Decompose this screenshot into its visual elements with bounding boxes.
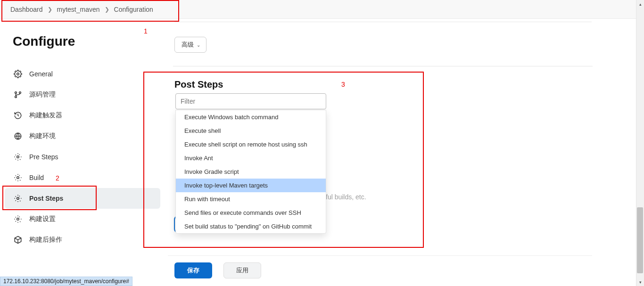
annotation-number-3: 3 <box>341 81 345 88</box>
filter-input[interactable] <box>175 93 326 109</box>
dropdown-item[interactable]: Send files or execute commands over SSH <box>176 206 326 220</box>
section-heading-post-steps: Post Steps <box>174 79 223 90</box>
gear-icon <box>13 173 23 182</box>
advanced-button-label: 高级 <box>182 41 194 49</box>
sidebar-item-label: Pre Steps <box>29 153 58 161</box>
cube-icon <box>13 235 23 245</box>
sidebar-item-label: Post Steps <box>29 195 63 202</box>
dropdown-item[interactable]: Invoke Ant <box>176 151 326 165</box>
page-title: Configure <box>13 34 75 49</box>
chevron-down-icon: ⌄ <box>197 42 200 48</box>
annotation-number-1: 1 <box>144 27 148 35</box>
chevron-right-icon: ❯ <box>48 6 52 13</box>
sidebar-item-label: Build <box>29 174 44 181</box>
breadcrumb: Dashboard ❯ mytest_maven ❯ Configuration <box>0 0 644 19</box>
dropdown-item[interactable]: Execute shell <box>176 124 326 138</box>
history-icon <box>13 111 23 120</box>
gear-icon <box>13 214 23 224</box>
breadcrumb-item-job[interactable]: mytest_maven <box>57 6 100 13</box>
dropdown-item-highlighted[interactable]: Invoke top-level Maven targets <box>176 179 326 192</box>
sidebar-item-label: 构建设置 <box>29 215 56 223</box>
svg-point-5 <box>17 156 19 158</box>
breadcrumb-item-dashboard[interactable]: Dashboard <box>10 6 43 13</box>
branch-icon <box>13 90 23 99</box>
sidebar-item-post-build-actions[interactable]: 构建后操作 <box>5 229 160 250</box>
sidebar-item-pre-steps[interactable]: Pre Steps <box>5 147 160 167</box>
apply-button[interactable]: 应用 <box>223 262 261 278</box>
dropdown-item[interactable]: Execute Windows batch command <box>176 110 326 124</box>
svg-point-1 <box>15 92 17 94</box>
sidebar-item-environment[interactable]: 构建环境 <box>5 126 160 147</box>
svg-point-2 <box>15 96 17 98</box>
sidebar-item-label: 构建后操作 <box>29 236 62 244</box>
dropdown-item[interactable]: Invoke Gradle script <box>176 165 326 179</box>
scroll-up-arrow-icon[interactable]: ▴ <box>636 0 644 8</box>
vertical-scrollbar[interactable]: ▴ ▾ <box>636 0 644 286</box>
sidebar-item-label: 源码管理 <box>29 90 56 99</box>
sidebar-item-scm[interactable]: 源码管理 <box>5 84 160 105</box>
chevron-right-icon: ❯ <box>105 6 109 13</box>
sidebar-item-post-steps[interactable]: Post Steps <box>5 188 160 209</box>
svg-point-8 <box>17 218 19 221</box>
divider <box>168 255 592 256</box>
gear-icon <box>13 194 23 203</box>
sidebar-item-triggers[interactable]: 构建触发器 <box>5 105 160 126</box>
svg-point-0 <box>17 73 19 75</box>
annotation-number-2: 2 <box>56 174 59 182</box>
svg-point-7 <box>17 197 19 200</box>
sidebar-item-build[interactable]: Build <box>5 167 160 188</box>
svg-point-3 <box>19 92 21 94</box>
dropdown-item[interactable]: Execute shell script on remote host usin… <box>176 138 326 151</box>
advanced-button[interactable]: 高级 ⌄ <box>174 37 206 53</box>
dropdown-item[interactable]: Run with timeout <box>176 192 326 206</box>
divider <box>173 66 593 66</box>
scroll-down-arrow-icon[interactable]: ▾ <box>636 278 644 286</box>
gear-icon <box>13 152 23 162</box>
post-build-step-dropdown: Execute Windows batch command Execute sh… <box>175 110 326 234</box>
svg-point-6 <box>17 177 19 179</box>
sidebar-item-label: 构建环境 <box>29 132 56 140</box>
dropdown-item[interactable]: Set build status to "pending" on GitHub … <box>176 220 326 233</box>
sidebar: General 源码管理 构建触发器 构建环境 Pre Steps Build <box>5 64 160 250</box>
sidebar-item-label: General <box>29 70 53 78</box>
sidebar-item-build-settings[interactable]: 构建设置 <box>5 209 160 229</box>
background-hint-text: ful builds, etc. <box>326 193 366 201</box>
status-bar-url: 172.16.10.232:8080/job/mytest_maven/conf… <box>0 277 132 286</box>
sidebar-item-label: 构建触发器 <box>29 111 62 120</box>
globe-icon <box>13 131 23 141</box>
divider <box>174 22 592 22</box>
save-button[interactable]: 保存 <box>174 262 212 278</box>
scrollbar-thumb[interactable] <box>637 207 643 273</box>
sidebar-item-general[interactable]: General <box>5 64 160 84</box>
breadcrumb-item-configuration[interactable]: Configuration <box>114 6 153 13</box>
gear-icon <box>13 69 23 79</box>
